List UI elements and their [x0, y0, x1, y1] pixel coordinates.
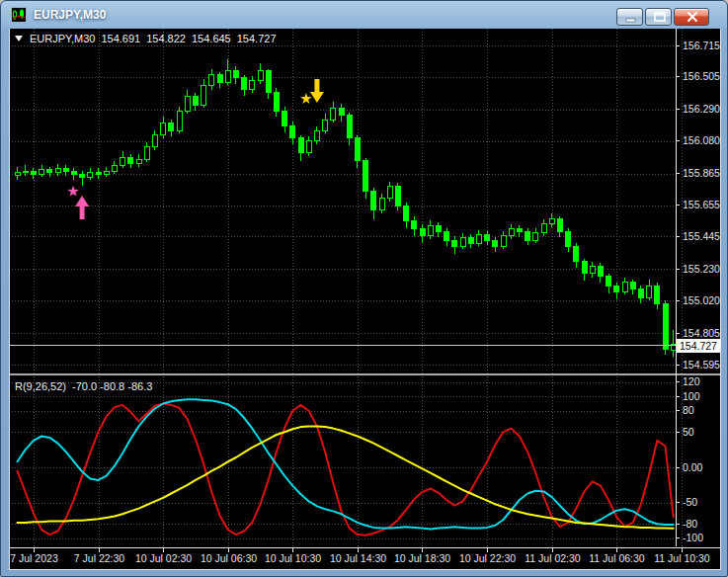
- indicator-name: R(9,26,52): [15, 380, 66, 392]
- quote-symbol: EURJPY,M30: [30, 33, 95, 44]
- time-axis-label: 7 Jul 22:30: [74, 552, 125, 564]
- price-axis-label: 156.080: [683, 134, 720, 146]
- maximize-icon: [646, 8, 671, 26]
- indicator-values: -70.0 -80.8 -86.3: [72, 380, 152, 392]
- price-axis-label: 156.290: [683, 103, 720, 115]
- chart-client-area[interactable]: 156.715156.505156.290156.080155.865155.6…: [9, 29, 721, 570]
- maximize-button[interactable]: [645, 8, 672, 26]
- bid-price-box: 154.727: [677, 339, 720, 353]
- quote-low: 154.645: [192, 33, 231, 44]
- indicator-axis-label: -80: [683, 518, 697, 530]
- quote-close: 154.727: [237, 33, 277, 44]
- indicator-axis-label: 0.00: [683, 461, 703, 473]
- chart-window: EURJPY,M30 156.715156.505156.290156.0801…: [0, 0, 728, 577]
- time-axis-label: 10 Jul 02:30: [135, 552, 192, 564]
- minimize-icon: [617, 8, 642, 26]
- time-axis-label: 7 Jul 2023: [10, 552, 58, 564]
- close-button[interactable]: [674, 8, 709, 26]
- indicator-axis-label: 120: [683, 375, 700, 387]
- time-axis-label: 11 Jul 02:30: [525, 552, 581, 564]
- collapse-triangle-icon[interactable]: [15, 35, 24, 42]
- time-axis-label: 11 Jul 06:30: [589, 552, 645, 564]
- indicator-label: R(9,26,52) -70.0 -80.8 -86.3: [15, 380, 152, 392]
- bid-price: 154.727: [680, 340, 717, 352]
- price-axis-label: 156.505: [683, 70, 720, 82]
- price-axis-label: 156.715: [683, 40, 720, 51]
- indicator-axis-label: 100: [683, 390, 700, 402]
- indicator-axis-label: 80: [683, 404, 694, 416]
- price-axis-label: 154.805: [683, 327, 720, 339]
- indicator-axis-label: 50: [683, 426, 694, 438]
- chart-icon: [11, 7, 27, 23]
- indicator-axis-label: -50: [683, 496, 697, 508]
- price-axis-label: 155.230: [683, 263, 720, 275]
- indicator-axis-label: -100: [683, 532, 703, 543]
- price-axis-label: 155.445: [683, 230, 720, 242]
- close-icon: [675, 8, 708, 26]
- quote-high: 154.822: [146, 33, 186, 44]
- time-axis-label: 11 Jul 10:30: [654, 552, 710, 564]
- window-controls: [616, 8, 709, 26]
- minimize-button[interactable]: [616, 8, 643, 26]
- pane-separator: [9, 373, 721, 375]
- time-axis-label: 10 Jul 22:30: [459, 552, 516, 564]
- quote-header: EURJPY,M30 154.691 154.822 154.645 154.7…: [15, 33, 277, 44]
- time-axis-label: 10 Jul 10:30: [265, 552, 321, 564]
- time-axis-label: 10 Jul 06:30: [201, 552, 257, 564]
- chart-canvas[interactable]: 156.715156.505156.290156.080155.865155.6…: [9, 29, 721, 570]
- quote-open: 154.691: [101, 33, 140, 44]
- time-axis-label: 10 Jul 14:30: [330, 552, 386, 564]
- price-axis-label: 155.655: [683, 199, 720, 210]
- price-axis-label: 155.865: [683, 167, 720, 179]
- title-bar[interactable]: EURJPY,M30: [1, 1, 727, 29]
- time-axis-label: 10 Jul 18:30: [394, 552, 450, 564]
- window-title: EURJPY,M30: [34, 8, 106, 22]
- price-axis-label: 154.595: [683, 359, 720, 371]
- price-axis-label: 155.020: [683, 294, 720, 306]
